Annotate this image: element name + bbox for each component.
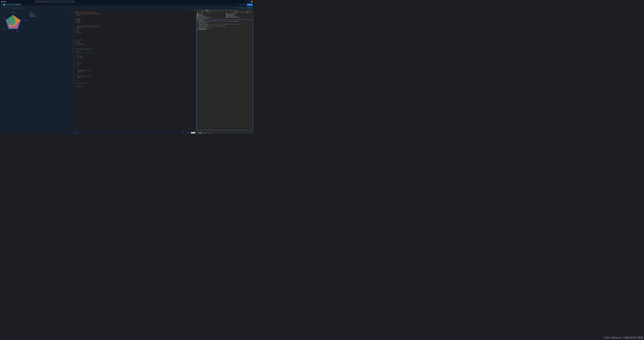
tab-sources[interactable]: Sources [209,10,214,11]
topbar: elastic ⌘/ CS [0,0,254,3]
filter-options-button[interactable] [1,7,3,9]
svg-point-33 [205,12,206,12]
editor-help-icon[interactable] [190,10,192,11]
global-search[interactable]: ⌘/ [35,0,75,3]
issues-info-badge[interactable]: ■ 14 [249,12,251,13]
console-option[interactable]: Eager evaluation [226,15,253,15]
console-option[interactable]: Log XMLHttpRequests [226,13,253,14]
console-output[interactable]: ▸VEGA_DEBUG ⟵▾ {VEGA_VERSION: '5.24.0', … [196,19,254,132]
add-filter-button[interactable]: ⊕ [4,7,6,9]
device-toggle-icon[interactable] [198,10,200,11]
sidebar-toggle-icon[interactable] [197,11,198,13]
more-tabs-icon[interactable]: » [238,10,239,11]
svg-text:Winnipeg: Winnipeg [12,12,15,12]
devtools-panel: Elements Console Sources Network Perform… [196,9,254,134]
tab-memory[interactable]: Memory [224,10,228,11]
auto-apply-off-button[interactable]: Off [191,132,195,134]
tab-application[interactable]: Application [228,10,234,11]
legend-item[interactable]: Logstash Airways [30,15,36,16]
clear-console-icon[interactable] [199,11,200,13]
svg-text:Xi'an: Xi'an [17,31,18,32]
drawer-tab-issues[interactable]: Issues [208,133,212,134]
devtools-settings-icon[interactable] [249,10,250,11]
date-range-display[interactable]: Last 7 days [238,7,245,9]
discard-button[interactable]: ✕ Discard [72,132,77,133]
legend-item[interactable]: ES-Air [30,14,36,15]
close-icon: ✕ [72,132,73,133]
legend-item[interactable]: Kibana Airlines [30,16,36,17]
autorefresh-toggle[interactable] [183,132,185,133]
devtools-menu-icon[interactable]: ⋮ [250,10,252,11]
tab-network[interactable]: Network [214,10,218,11]
live-expression-icon[interactable] [205,11,206,13]
svg-text:Tokyo: Tokyo [25,20,27,21]
console-option[interactable]: Group similar messages in console [197,17,224,18]
info-icon[interactable]: i [237,21,238,22]
drawer-tab-whatsnew[interactable]: What's new [202,133,208,134]
kql-bar[interactable] [7,7,234,9]
legend-item[interactable]: JetBeats [30,13,36,14]
devtools-close-icon[interactable]: ✕ [252,10,253,11]
drawer-tab-console[interactable]: Console [198,132,202,134]
tab-console[interactable]: Console [205,9,209,11]
issues-error-badge[interactable]: ■ 1 [244,12,246,13]
plus-icon: ⊕ [4,7,6,9]
global-search-input[interactable] [37,1,72,2]
no-issues-label[interactable]: No Issues [240,12,244,12]
newsfeed-icon[interactable] [248,1,250,2]
tab-elements[interactable]: Elements [200,10,205,11]
breadcrumb-current: Airline Radar [14,3,22,6]
issues-warn-badge[interactable]: ■ 4 [247,12,248,13]
log-levels-selector[interactable]: Default levels ▾ [233,12,239,12]
refresh-icon [247,7,248,8]
logo[interactable]: elastic [1,1,6,2]
console-option[interactable] [226,18,253,19]
console-option[interactable]: Autocomplete from history [226,16,253,16]
svg-text:26: 26 [16,30,17,30]
power-icon [192,132,193,133]
nav-toggle-icon[interactable] [1,4,3,5]
save-button[interactable]: Save [247,3,253,6]
code-content[interactable]: { $schema: https://vega.github.io/schema… [75,9,196,132]
console-option[interactable]: Show CORS errors in console [197,18,224,19]
console-prompt[interactable]: › [196,30,254,31]
console-filter-input[interactable] [208,11,213,13]
drawer-menu-icon[interactable]: ⋮ [196,133,198,134]
svg-text:18: 18 [5,18,6,19]
console-option[interactable]: Selected context only [197,16,224,16]
update-button[interactable]: ▷ Update [186,132,190,133]
vega-editor[interactable]: 1234567891011121314151617181920212223242… [72,9,196,132]
context-selector[interactable]: top ▾ [202,12,203,12]
inspect-element-icon[interactable] [197,10,198,11]
line-gutter: 1234567891011121314151617181920212223242… [72,9,75,132]
notification-dot [250,1,250,1]
refresh-button[interactable]: Refresh [245,7,253,9]
error-count-badge[interactable]: ⊗ 1 [247,10,249,11]
console-option[interactable]: Preserve log [197,15,224,15]
console-settings-icon[interactable] [252,11,253,13]
kql-input[interactable] [10,7,233,8]
console-result: 156.66666666666666 [198,29,206,30]
breadcrumb-library[interactable]: Visualize Library [6,3,14,6]
save-icon [248,4,249,5]
play-icon: ▷ [186,132,186,133]
console-option[interactable]: Treat code evaluation as user action [226,17,253,18]
svg-point-35 [252,12,253,12]
console-option[interactable]: Hide network [197,13,224,14]
calendar-icon [236,7,236,8]
console-input[interactable] [198,30,254,31]
share-link[interactable]: Share [243,4,246,5]
editor-wrap-icon[interactable] [194,10,196,11]
tab-security[interactable]: Security [234,10,238,11]
help-icon[interactable] [246,1,247,2]
inspect-link[interactable]: Inspect [239,4,242,5]
space-selector[interactable]: D [3,4,5,6]
editor-format-icon[interactable] [192,10,194,11]
editor-footer: ✕ Discard ▷ Update Off [72,132,196,134]
svg-point-2 [8,7,9,8]
tab-performance[interactable]: Performance [218,10,224,11]
date-quick-select[interactable] [234,7,238,9]
svg-rect-3 [236,8,236,8]
console-toolbar: top ▾ Default levels ▾ No Issues ■ 1 ■ 4… [196,11,254,13]
user-avatar[interactable]: CS [251,1,253,2]
